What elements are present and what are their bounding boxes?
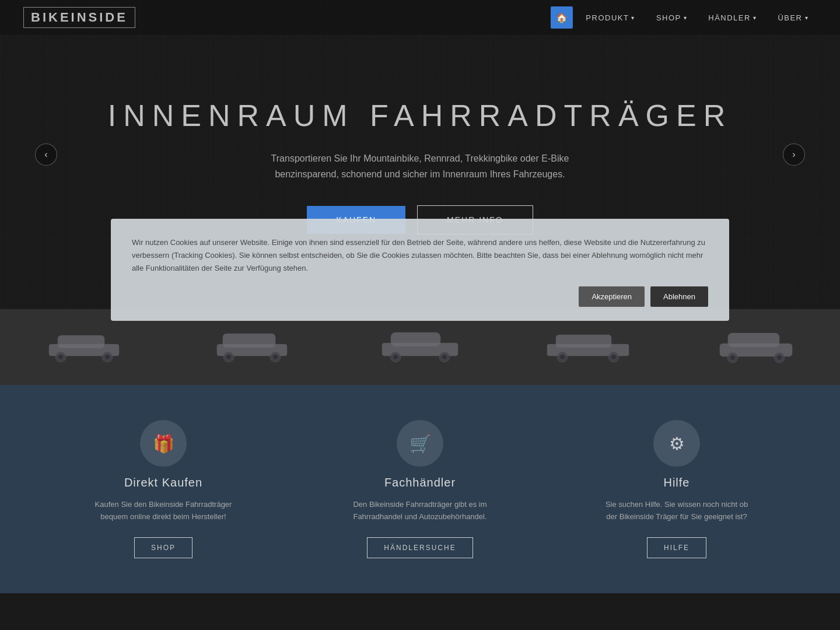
feature-dealer: 🛒 Fachhändler Den Bikeinside Fahrradträg… xyxy=(303,420,537,558)
chevron-down-icon: ▾ xyxy=(805,15,809,21)
feature-buy: 🎁 Direkt Kaufen Kaufen Sie den Bikeinsid… xyxy=(47,420,280,558)
chevron-right-icon: › xyxy=(792,149,795,160)
feature-buy-desc: Kaufen Sie den Bikeinside Fahrradträger … xyxy=(95,499,232,523)
svg-point-3 xyxy=(58,354,64,360)
carousel-next-button[interactable]: › xyxy=(783,144,805,166)
nav-logo: BIKEINSIDE xyxy=(23,7,135,28)
cart-icon: 🛒 xyxy=(397,420,443,467)
cookie-accept-button[interactable]: Akzeptieren xyxy=(579,286,645,307)
svg-point-17 xyxy=(442,354,447,360)
feature-dealer-desc: Den Bikeinside Fahrradträger gibt es im … xyxy=(353,499,487,523)
nav-handler[interactable]: HÄNDLER ▾ xyxy=(700,9,765,27)
bottom-section: System Bikeinside xyxy=(0,593,840,630)
svg-point-15 xyxy=(393,354,398,360)
gift-icon: 🎁 xyxy=(140,420,187,467)
dealer-search-button[interactable]: HÄNDLERSUCHE xyxy=(367,537,473,558)
settings-icon: ⚙ xyxy=(653,420,700,467)
car-image-3 xyxy=(336,321,504,373)
chevron-down-icon: ▾ xyxy=(631,15,635,21)
carousel-prev-button[interactable]: ‹ xyxy=(35,144,57,166)
svg-point-11 xyxy=(272,354,278,360)
chevron-left-icon: ‹ xyxy=(44,149,47,160)
chevron-down-icon: ▾ xyxy=(684,15,688,21)
feature-buy-title: Direkt Kaufen xyxy=(124,476,202,489)
feature-dealer-title: Fachhändler xyxy=(384,476,456,489)
cookie-banner: Wir nutzen Cookies auf unserer Website. … xyxy=(111,219,729,321)
nav-shop[interactable]: SHOP ▾ xyxy=(648,9,695,27)
svg-point-21 xyxy=(559,354,565,360)
features-section: 🎁 Direkt Kaufen Kaufen Sie den Bikeinsid… xyxy=(0,385,840,593)
car-image-2 xyxy=(168,321,336,373)
nav-produkt[interactable]: PRODUKT ▾ xyxy=(578,9,643,27)
navbar: BIKEINSIDE 🏠 PRODUKT ▾ SHOP ▾ HÄNDLER ▾ … xyxy=(0,0,840,35)
cookie-reject-button[interactable]: Ablehnen xyxy=(650,286,708,307)
svg-rect-7 xyxy=(223,334,275,348)
svg-rect-13 xyxy=(391,332,440,346)
feature-help-desc: Sie suchen Hilfe. Sie wissen noch nicht … xyxy=(606,499,748,523)
nav-uber[interactable]: ÜBER ▾ xyxy=(769,9,817,27)
svg-point-29 xyxy=(776,355,782,360)
hero-title: INNENRAUM FAHRRADTRÄGER xyxy=(108,98,733,133)
svg-rect-1 xyxy=(58,335,104,348)
car-image-5 xyxy=(672,321,840,373)
hero-subtitle: Transportieren Sie Ihr Mountainbike, Ren… xyxy=(271,150,569,182)
svg-rect-19 xyxy=(556,335,611,348)
svg-rect-25 xyxy=(728,333,779,347)
nav-links: 🏠 PRODUKT ▾ SHOP ▾ HÄNDLER ▾ ÜBER ▾ xyxy=(551,6,817,29)
feature-help: ⚙ Hilfe Sie suchen Hilfe. Sie wissen noc… xyxy=(560,420,793,558)
svg-point-23 xyxy=(611,354,617,360)
car-image-1 xyxy=(0,321,168,373)
cookie-buttons: Akzeptieren Ablehnen xyxy=(132,286,708,307)
svg-point-27 xyxy=(730,355,736,360)
feature-help-title: Hilfe xyxy=(663,476,690,489)
svg-point-5 xyxy=(104,354,110,360)
svg-point-9 xyxy=(226,354,232,360)
cookie-text: Wir nutzen Cookies auf unserer Website. … xyxy=(132,236,708,275)
chevron-down-icon: ▾ xyxy=(753,15,757,21)
nav-home-button[interactable]: 🏠 xyxy=(551,6,573,29)
hero-section: ‹ INNENRAUM FAHRRADTRÄGER Transportieren… xyxy=(0,0,840,309)
car-image-4 xyxy=(504,321,672,373)
shop-button[interactable]: SHOP xyxy=(134,537,192,558)
help-button[interactable]: HILFE xyxy=(647,537,706,558)
